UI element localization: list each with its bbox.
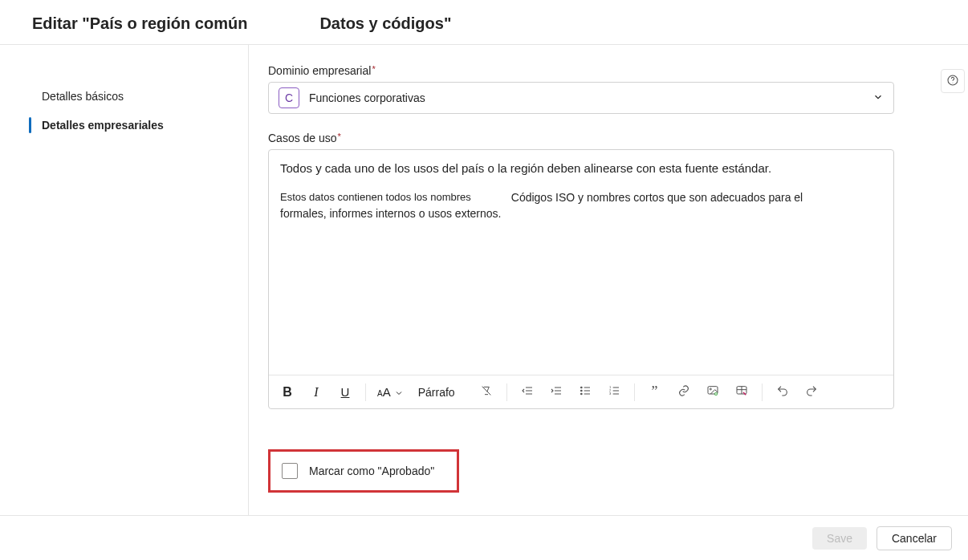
quote-icon: ”	[652, 383, 658, 400]
editor-line: Todos y cada uno de los usos del país o …	[280, 161, 882, 175]
undo-icon	[776, 384, 789, 400]
bullet-list-button[interactable]	[573, 380, 597, 404]
redo-icon	[805, 384, 818, 400]
toolbar-separator	[506, 383, 507, 401]
usecases-editor[interactable]: Todos y cada uno de los usos del país o …	[268, 149, 894, 409]
field-business-domain: Dominio empresarial* C Funciones corpora…	[268, 64, 955, 114]
image-button[interactable]	[701, 380, 725, 404]
required-mark: *	[372, 64, 375, 74]
redo-button[interactable]	[799, 380, 824, 404]
chevron-down-icon	[872, 91, 884, 105]
usecases-label: Casos de uso*	[268, 132, 341, 144]
cancel-button[interactable]: Cancelar	[876, 526, 952, 550]
endorse-checkbox[interactable]	[282, 463, 298, 479]
style-picker[interactable]: Párrafo	[412, 386, 470, 399]
clear-format-button[interactable]	[474, 380, 498, 404]
bullet-list-icon	[579, 384, 592, 400]
domain-select[interactable]: C Funciones corporativas	[268, 82, 894, 114]
save-button: Save	[812, 527, 867, 550]
endorse-label: Marcar como "Aprobado"	[309, 465, 434, 477]
dialog-sidebar: Detalles básicos Detalles empresariales	[0, 45, 249, 515]
required-mark: *	[338, 132, 341, 141]
undo-button[interactable]	[771, 380, 795, 404]
domain-chip: C	[279, 87, 299, 108]
domain-label: Dominio empresarial*	[268, 64, 376, 77]
clear-format-icon	[480, 384, 493, 400]
svg-point-4	[580, 393, 582, 395]
help-icon	[946, 74, 959, 89]
image-icon	[706, 384, 719, 400]
toolbar-separator	[634, 383, 635, 401]
outdent-button[interactable]	[515, 380, 539, 404]
svg-point-1	[953, 82, 954, 83]
table-button[interactable]	[730, 380, 754, 404]
indent-icon	[550, 384, 563, 400]
tab-label: Detalles básicos	[42, 90, 124, 103]
font-size-icon: AA	[377, 385, 391, 399]
editor-line: Estos datos contienen todos los nombres …	[280, 191, 882, 204]
indent-button[interactable]	[544, 380, 568, 404]
svg-point-3	[580, 390, 582, 392]
endorse-highlight: Marcar como "Aprobado"	[268, 449, 459, 493]
italic-icon: I	[314, 385, 318, 400]
svg-text:3: 3	[609, 392, 612, 396]
svg-point-9	[710, 388, 711, 390]
field-use-cases: Casos de uso* Todos y cada uno de los us…	[268, 132, 955, 409]
bold-icon: B	[283, 385, 292, 400]
bold-button[interactable]: B	[275, 380, 299, 404]
toolbar-separator	[365, 383, 366, 401]
editor-toolbar: B I U AA Párrafo 123 ”	[269, 375, 893, 408]
editor-line: formales, informes internos o usos exter…	[280, 207, 882, 220]
table-icon	[735, 384, 748, 400]
header-title-right: Datos y códigos"	[319, 14, 451, 33]
header-title-left: Editar "País o región común	[32, 14, 247, 33]
tab-basic-details[interactable]: Detalles básicos	[0, 82, 248, 111]
tab-label: Detalles empresariales	[42, 119, 164, 132]
italic-button[interactable]: I	[304, 380, 328, 404]
tab-business-details[interactable]: Detalles empresariales	[0, 111, 248, 140]
outdent-icon	[521, 384, 534, 400]
svg-point-2	[580, 387, 582, 388]
toolbar-separator	[762, 383, 763, 401]
domain-value: Funciones corporativas	[309, 91, 425, 104]
link-button[interactable]	[672, 380, 696, 404]
main-panel: Dominio empresarial* C Funciones corpora…	[249, 45, 968, 515]
link-icon	[677, 384, 690, 400]
font-size-picker[interactable]: AA	[374, 385, 407, 399]
underline-icon: U	[341, 385, 350, 399]
quote-button[interactable]: ”	[643, 380, 667, 404]
editor-content[interactable]: Todos y cada uno de los usos del país o …	[269, 150, 893, 375]
number-list-icon: 123	[608, 384, 620, 400]
chevron-down-icon	[394, 388, 404, 397]
dialog-header: Editar "País o región común Datos y códi…	[0, 0, 968, 45]
number-list-button[interactable]: 123	[602, 380, 626, 404]
help-button[interactable]	[941, 69, 965, 93]
underline-button[interactable]: U	[333, 380, 357, 404]
dialog-footer: Save Cancelar	[0, 515, 968, 560]
